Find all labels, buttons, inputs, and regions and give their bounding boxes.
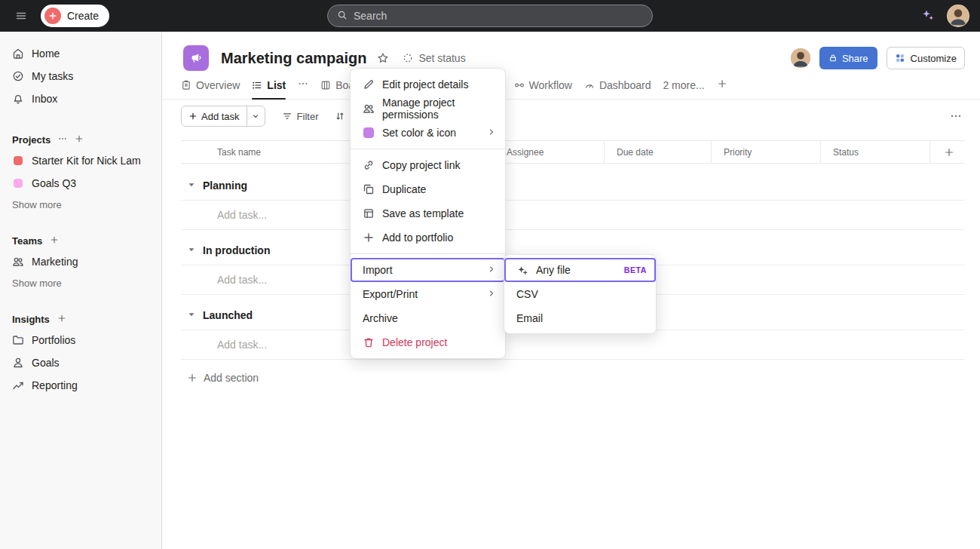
plus-icon xyxy=(188,112,198,121)
workflow-icon xyxy=(514,80,525,90)
create-button-label: Create xyxy=(67,10,99,22)
member-avatar[interactable] xyxy=(791,48,810,68)
folder-icon xyxy=(12,334,24,346)
lock-icon xyxy=(828,54,838,63)
section-name[interactable]: In production xyxy=(203,244,270,256)
ai-sparkle-icon xyxy=(516,264,528,276)
menu-item-label: Email xyxy=(516,312,543,324)
toolbar-options-icon[interactable] xyxy=(950,110,962,122)
menu-item-label: CSV xyxy=(516,288,538,300)
add-task-row[interactable]: Add task... xyxy=(181,201,965,230)
filter-icon xyxy=(282,111,292,121)
column-priority[interactable]: Priority xyxy=(711,141,820,163)
column-status[interactable]: Status xyxy=(820,141,929,163)
user-avatar[interactable] xyxy=(947,5,969,27)
create-button[interactable]: Create xyxy=(41,5,109,27)
sidebar-item-my-tasks[interactable]: My tasks xyxy=(0,65,161,87)
menu-item-manage-permissions[interactable]: Manage project permissions xyxy=(351,97,505,121)
collapse-caret-icon[interactable] xyxy=(187,244,196,256)
sidebar-item-goals[interactable]: Goals xyxy=(0,351,161,374)
menu-item-set-color-icon[interactable]: Set color & icon xyxy=(351,121,505,145)
add-project-icon[interactable] xyxy=(75,134,84,146)
sidebar-item-label: Goals xyxy=(32,357,60,369)
ai-sparkle-icon[interactable] xyxy=(921,8,935,24)
add-insight-icon[interactable] xyxy=(57,314,66,325)
menu-item-label: Set color & icon xyxy=(382,127,456,139)
menu-item-duplicate[interactable]: Duplicate xyxy=(351,177,505,201)
add-view-icon[interactable] xyxy=(717,78,727,91)
chart-icon xyxy=(12,379,24,391)
menu-item-import[interactable]: Import xyxy=(351,258,505,282)
favorite-star-icon[interactable] xyxy=(377,52,389,64)
add-task-button[interactable]: Add task xyxy=(182,106,247,126)
tab-overview[interactable]: Overview xyxy=(181,71,240,99)
teams-header-label: Teams xyxy=(12,235,42,247)
submenu-item-csv[interactable]: CSV xyxy=(504,282,656,306)
tab-label: List xyxy=(267,79,286,91)
add-section-label: Add section xyxy=(204,372,259,384)
menu-item-label: Duplicate xyxy=(382,183,426,195)
status-circle-icon xyxy=(403,53,413,63)
menu-item-add-to-portfolio[interactable]: Add to portfolio xyxy=(351,225,505,250)
menu-item-delete-project[interactable]: Delete project xyxy=(351,330,505,354)
tab-label: 2 more... xyxy=(663,79,704,91)
sidebar-toggle-icon[interactable] xyxy=(11,5,32,26)
menu-item-label: Any file xyxy=(536,264,571,276)
sidebar-item-home[interactable]: Home xyxy=(0,42,161,65)
sidebar-project-goals-q3[interactable]: Goals Q3 xyxy=(0,172,161,195)
customize-button[interactable]: Customize xyxy=(887,47,965,69)
sidebar-project-starter-kit[interactable]: Starter Kit for Nick Lam xyxy=(0,149,161,172)
sidebar-item-reporting[interactable]: Reporting xyxy=(0,374,161,397)
column-due-date[interactable]: Due date xyxy=(604,141,711,163)
sidebar-item-label: Reporting xyxy=(32,379,78,391)
tab-more[interactable]: 2 more... xyxy=(663,71,704,99)
project-context-menu: Edit project details Manage project perm… xyxy=(350,68,506,359)
add-section-button[interactable]: Add section xyxy=(181,372,965,384)
sidebar-team-marketing[interactable]: Marketing xyxy=(0,250,161,273)
global-search[interactable] xyxy=(327,5,653,27)
section-header-row: Planning xyxy=(181,171,965,201)
menu-item-export-print[interactable]: Export/Print xyxy=(351,282,505,306)
menu-divider xyxy=(351,253,505,254)
tab-dashboard[interactable]: Dashboard xyxy=(584,71,651,99)
view-tabs: Overview List Board Workflow Dashboard 2… xyxy=(162,71,980,100)
plus-icon xyxy=(944,147,954,158)
menu-item-save-as-template[interactable]: Save as template xyxy=(351,201,505,225)
add-team-icon[interactable] xyxy=(50,235,59,247)
section-name[interactable]: Planning xyxy=(203,179,247,192)
collapse-caret-icon[interactable] xyxy=(187,309,196,321)
menu-item-label: Archive xyxy=(363,312,398,324)
share-button[interactable]: Share xyxy=(819,47,877,69)
projects-show-more[interactable]: Show more xyxy=(0,198,161,211)
project-label: Goals Q3 xyxy=(32,177,76,189)
search-input[interactable] xyxy=(354,10,643,22)
submenu-item-email[interactable]: Email xyxy=(504,306,656,330)
tab-label: Dashboard xyxy=(599,79,651,91)
project-icon[interactable] xyxy=(183,45,209,71)
set-status-button[interactable]: Set status xyxy=(403,52,465,64)
tab-label: Overview xyxy=(196,79,240,91)
section-name[interactable]: Launched xyxy=(203,309,253,321)
tab-label: Workflow xyxy=(529,79,572,91)
sidebar-item-portfolios[interactable]: Portfolios xyxy=(0,329,161,351)
teams-show-more[interactable]: Show more xyxy=(0,276,161,290)
menu-item-archive[interactable]: Archive xyxy=(351,306,505,330)
menu-item-label: Copy project link xyxy=(382,159,461,171)
duplicate-icon xyxy=(363,183,375,195)
tab-workflow[interactable]: Workflow xyxy=(514,71,572,99)
add-task-dropdown[interactable] xyxy=(247,106,265,126)
filter-button[interactable]: Filter xyxy=(282,111,319,122)
tab-list[interactable]: List xyxy=(252,71,286,99)
menu-item-copy-project-link[interactable]: Copy project link xyxy=(351,153,505,177)
column-assignee[interactable]: Assignee xyxy=(494,141,604,163)
menu-divider xyxy=(351,149,505,149)
menu-item-edit-project-details[interactable]: Edit project details xyxy=(351,72,505,97)
submenu-item-any-file[interactable]: Any file BETA xyxy=(504,258,656,282)
project-color-swatch xyxy=(14,179,23,188)
projects-options-icon[interactable] xyxy=(58,134,67,146)
add-task-row[interactable]: Add task... xyxy=(181,330,965,360)
add-column-button[interactable] xyxy=(929,141,965,163)
tab-options-icon[interactable] xyxy=(298,78,308,91)
sidebar-item-inbox[interactable]: Inbox xyxy=(0,87,161,110)
collapse-caret-icon[interactable] xyxy=(187,179,196,192)
